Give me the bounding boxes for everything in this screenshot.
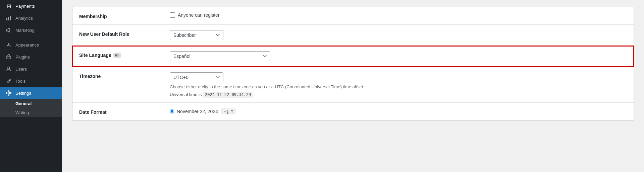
- svg-point-5: [8, 67, 10, 69]
- svg-rect-0: [6, 18, 7, 20]
- svg-point-3: [6, 30, 7, 31]
- sidebar-item-analytics[interactable]: Analytics: [0, 12, 62, 24]
- new-user-default-role-content: Subscriber Administrator Editor Author C…: [170, 30, 627, 40]
- main-content: Membership Anyone can register New User …: [62, 0, 644, 172]
- settings-submenu: General Writing: [0, 99, 62, 117]
- submenu-item-general[interactable]: General: [0, 99, 62, 108]
- date-format-option: November 22, 2024 F j, Y: [170, 108, 627, 114]
- sidebar-item-label: Analytics: [15, 16, 33, 21]
- date-format-value: November 22, 2024: [177, 109, 218, 114]
- timezone-content: UTC+0 UTC+1 UTC-5 UTC+8 Choose either a …: [170, 72, 627, 97]
- svg-text:字: 字: [116, 54, 119, 57]
- new-user-default-role-select[interactable]: Subscriber Administrator Editor Author C…: [170, 30, 223, 40]
- site-language-content: Español English Français Deutsch: [170, 51, 627, 61]
- site-language-select[interactable]: Español English Français Deutsch: [170, 51, 270, 61]
- sidebar-item-tools[interactable]: Tools: [0, 75, 62, 87]
- sidebar-item-label: Marketing: [15, 28, 35, 33]
- timezone-desc: Choose either a city in the same timezon…: [170, 84, 627, 89]
- sidebar-item-marketing[interactable]: Marketing: [0, 24, 62, 36]
- sidebar-item-label: Payments: [15, 4, 35, 9]
- svg-point-10: [8, 92, 10, 94]
- translate-icon: A字: [113, 53, 121, 58]
- date-format-code: F j, Y: [221, 108, 236, 114]
- membership-content: Anyone can register: [170, 12, 627, 18]
- sidebar-item-appearance[interactable]: Appearance: [0, 39, 62, 51]
- membership-row: Membership Anyone can register: [72, 7, 634, 25]
- svg-rect-2: [10, 16, 11, 20]
- submenu-item-writing[interactable]: Writing: [0, 108, 62, 117]
- sidebar-item-payments[interactable]: ⊞ Payments: [0, 0, 62, 12]
- universal-time-suffix: .: [254, 92, 256, 97]
- new-user-default-role-row: New User Default Role Subscriber Adminis…: [72, 25, 634, 46]
- date-format-radio[interactable]: [170, 109, 174, 113]
- date-format-content: November 22, 2024 F j, Y: [170, 108, 627, 114]
- timezone-label: Timezone: [79, 72, 170, 79]
- settings-table: Membership Anyone can register New User …: [72, 7, 634, 120]
- sidebar-item-label: Users: [15, 67, 27, 72]
- date-format-row: Date Format November 22, 2024 F j, Y: [72, 103, 634, 120]
- anyone-can-register-label[interactable]: Anyone can register: [170, 12, 627, 18]
- new-user-default-role-label: New User Default Role: [79, 30, 170, 37]
- anyone-can-register-text: Anyone can register: [178, 12, 220, 18]
- appearance-icon: [5, 41, 12, 48]
- date-format-label: Date Format: [79, 108, 170, 115]
- analytics-icon: [5, 15, 12, 21]
- svg-rect-6: [8, 91, 9, 91]
- sidebar-item-label: Plugins: [15, 55, 30, 60]
- svg-rect-9: [10, 92, 11, 94]
- settings-icon: [5, 90, 12, 96]
- site-language-row: Site Language A字 Español English Françai…: [72, 46, 634, 67]
- sidebar-item-label: Settings: [15, 91, 31, 96]
- tools-icon: [5, 78, 12, 84]
- sidebar-item-users[interactable]: Users: [0, 63, 62, 75]
- svg-rect-4: [7, 56, 11, 59]
- svg-rect-8: [6, 92, 7, 94]
- users-icon: [5, 66, 12, 72]
- sidebar: ⊞ Payments Analytics Marketing Appearanc…: [0, 0, 62, 172]
- sidebar-item-plugins[interactable]: Plugins: [0, 51, 62, 63]
- anyone-can-register-checkbox[interactable]: [170, 12, 175, 18]
- timezone-select[interactable]: UTC+0 UTC+1 UTC-5 UTC+8: [170, 72, 223, 82]
- plugins-icon: [5, 54, 12, 60]
- site-language-label: Site Language A字: [79, 51, 170, 58]
- membership-label: Membership: [79, 12, 170, 19]
- sidebar-item-settings[interactable]: Settings: [0, 87, 62, 99]
- universal-time-value: 2024-11-22 09:34:29: [203, 92, 253, 98]
- payments-icon: ⊞: [5, 3, 12, 9]
- timezone-row: Timezone UTC+0 UTC+1 UTC-5 UTC+8 Choose …: [72, 67, 634, 103]
- universal-time-label: Universal time is: [170, 92, 202, 97]
- sidebar-item-label: Tools: [15, 79, 25, 84]
- sidebar-item-label: Appearance: [15, 42, 39, 48]
- svg-rect-1: [8, 17, 9, 20]
- svg-rect-7: [8, 95, 9, 95]
- marketing-icon: [5, 27, 12, 33]
- universal-time: Universal time is 2024-11-22 09:34:29 .: [170, 92, 627, 97]
